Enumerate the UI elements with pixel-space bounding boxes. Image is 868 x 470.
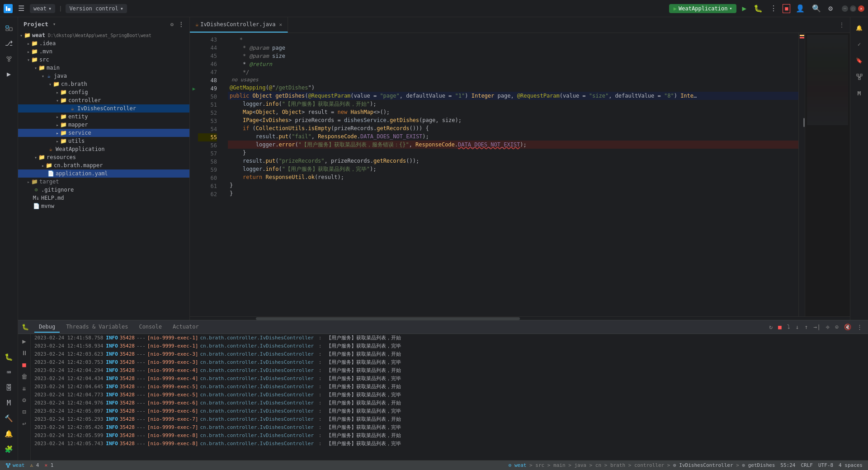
debug-resume-icon[interactable]: ▶ [19,336,30,347]
debug-tab-threads[interactable]: Threads & Variables [61,322,132,333]
play-button[interactable]: ▶ [740,2,748,14]
status-branch[interactable]: weat [5,462,25,468]
sidebar-vcs-icon[interactable] [2,52,16,66]
debug-tab-console[interactable]: Console [134,322,166,333]
tree-item-entity[interactable]: ▸ 📁 entity [18,113,189,121]
status-errors[interactable]: ✕ 1 [44,462,53,468]
breadcrumb-controller[interactable]: controller [634,462,664,468]
maximize-button[interactable]: □ [850,5,856,12]
stop-button[interactable]: ■ [783,4,790,13]
status-position[interactable]: 55:24 [780,462,795,468]
tabs-more-icon[interactable]: ⋮ [834,22,850,28]
debug-wrap-icon[interactable]: ↩ [19,418,30,429]
run-gutter-icon[interactable]: ▶ [193,86,196,92]
debug-tab-actuator[interactable]: Actuator [168,322,203,333]
tree-item-resources[interactable]: ▾ 📁 resources [18,153,189,161]
debug-step-over-icon[interactable]: ⤵ [785,323,792,331]
sidebar-maven-icon[interactable]: M [2,396,16,410]
debug-restart-icon[interactable]: ↻ [767,323,774,331]
tree-item-src[interactable]: ▾ 📁 src [18,56,189,64]
code-content[interactable]: * * @param page * @param size * @return [221,33,798,316]
debug-more-icon[interactable]: ⋮ [855,323,864,331]
debug-tab-debug[interactable]: Debug [34,322,60,333]
run-config-btn[interactable]: ▶ WeatApplication ▾ [669,4,737,13]
tree-item-config[interactable]: ▸ 📁 config [18,88,189,96]
tree-item-help[interactable]: M↓ HELP.md [18,194,189,202]
tab-ivdishes[interactable]: ☕ IvDishesController.java ✕ [190,17,288,33]
tree-item-gitignore[interactable]: ⊙ .gitignore [18,186,189,194]
status-line-sep[interactable]: CRLF [801,462,813,468]
sidebar-run-icon[interactable]: ▶ [2,67,16,81]
right-panel-notifications-icon[interactable]: 🔔 [852,21,867,35]
tree-item-mvn[interactable]: ▸ 📁 .mvn [18,47,189,56]
tree-item-target[interactable]: ▸ 📁 target [18,178,189,186]
debug-pause-icon[interactable]: ⏸ [19,348,30,358]
tree-item-root[interactable]: ▾ 📁 weat D:\dkstop\WeatApp\weat_SpringBo… [18,31,189,39]
tree-item-mvnw[interactable]: 📄 mvnw [18,202,189,210]
tree-item-controller[interactable]: ▾ 📁 controller [18,96,189,104]
sidebar-terminal-icon[interactable]: ⌨ [2,365,16,380]
breadcrumb-src[interactable]: src [535,462,544,468]
sidebar-commit-icon[interactable]: ⎇ [2,36,16,51]
debug-step-out-icon[interactable]: ↑ [803,323,810,331]
debug-step-into-icon[interactable]: ↓ [794,323,801,331]
project-settings-icon[interactable]: ⚙ [170,21,174,28]
tree-item-java[interactable]: ▾ ☕ java [18,72,189,80]
tree-item-ivdishes[interactable]: ☕ IvDishesController [18,104,189,113]
right-panel-todo-icon[interactable]: ✓ [852,37,867,52]
breadcrumb-cn[interactable]: cn [595,462,601,468]
right-panel-structure-icon[interactable] [852,70,867,84]
project-title[interactable]: weat ▾ [30,4,55,13]
breadcrumb-brath[interactable]: brath [610,462,625,468]
debug-settings-icon[interactable]: ⚙ [19,395,30,405]
breadcrumb-weat[interactable]: ⊙ weat [509,462,527,468]
tree-item-cn-brath-mapper[interactable]: ▸ 📁 cn.brath.mapper [18,161,189,169]
tree-item-app-yaml[interactable]: 📄 application.yaml [18,169,189,178]
tree-item-service[interactable]: ▸ 📁 service [18,129,189,137]
settings-icon[interactable]: ⚙ [826,2,835,14]
debug-run-to-cursor-icon[interactable]: →| [812,323,823,331]
close-button[interactable]: ✕ [858,5,864,12]
tab-close-icon[interactable]: ✕ [279,22,282,28]
hamburger-menu[interactable]: ☰ [16,2,26,14]
sidebar-notifications-icon[interactable]: 🔔 [2,427,16,441]
profile-icon[interactable]: 👤 [794,2,807,14]
project-dropdown-icon[interactable]: ▾ [53,21,56,27]
debug-mute-icon[interactable]: 🔇 [842,323,853,331]
version-control-btn[interactable]: Version control ▾ [66,4,127,13]
search-icon[interactable]: 🔍 [810,2,823,14]
debug-stop-sidebar-icon[interactable]: ■ [19,359,30,370]
tree-item-cn-brath[interactable]: ▾ 📁 cn.brath [18,80,189,88]
status-indent[interactable]: 4 spaces [839,462,863,468]
project-more-icon[interactable]: ⋮ [178,21,184,28]
minimize-button[interactable]: ─ [842,5,848,12]
sidebar-plugins-icon[interactable]: 🧩 [2,442,16,456]
sidebar-build-icon[interactable]: 🔨 [2,411,16,426]
sidebar-database-icon[interactable]: 🗄 [2,381,16,395]
tree-item-mapper[interactable]: ▸ 📁 mapper [18,121,189,129]
debug-breakpoints-icon[interactable]: ⊙ [833,323,840,331]
horizontal-scrollbar[interactable] [190,316,850,320]
tree-item-idea[interactable]: ▸ 📁 .idea [18,39,189,47]
debug-content[interactable]: 2023-02-24 12:41:58.758 INFO 35428 --- [… [31,334,868,460]
sidebar-project-icon[interactable] [2,21,16,35]
breadcrumb-class[interactable]: ⊙ IvDishesController [673,462,733,468]
tree-item-utils[interactable]: ▸ 📁 utils [18,137,189,145]
right-panel-m-icon[interactable]: M [852,86,867,100]
debug-button[interactable]: 🐛 [752,2,764,14]
right-panel-bookmark-icon[interactable]: 🔖 [852,53,867,68]
sidebar-debug-icon[interactable]: 🐛 [2,350,16,364]
debug-filter-icon[interactable]: ⊟ [19,406,30,417]
debug-stop-icon[interactable]: ■ [776,323,783,331]
debug-clear-icon[interactable]: 🗑 [19,371,30,382]
breadcrumb-method[interactable]: ⊙ getDishes [742,462,775,468]
tree-item-main[interactable]: ▾ 📁 main [18,64,189,72]
status-encoding[interactable]: UTF-8 [818,462,833,468]
more-run-options[interactable]: ⋮ [768,2,779,14]
breadcrumb-main[interactable]: main [553,462,566,468]
debug-icon[interactable]: 🐛 [22,324,29,330]
debug-scroll-icon[interactable]: ⇊ [19,383,30,394]
status-warnings[interactable]: ⚠ 4 [30,462,39,468]
tree-item-weat-app[interactable]: ☕ WeatApplication [18,145,189,153]
breadcrumb-java[interactable]: java [574,462,586,468]
